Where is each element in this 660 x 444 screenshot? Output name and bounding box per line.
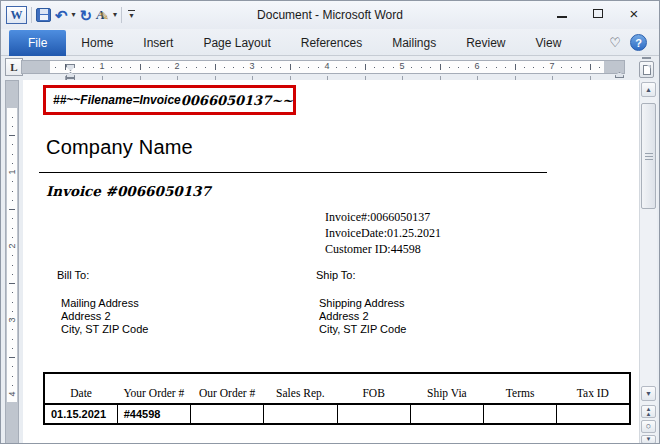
invoice-table-body: 01.15.2021#44598 (44, 404, 630, 424)
ruler-tick (12, 218, 13, 219)
vertical-scrollbar[interactable]: ▲ ▼ ▲ ▲ ○ ▼ (639, 80, 657, 444)
ruler-tick (318, 67, 319, 68)
help-button[interactable]: ? (630, 34, 647, 51)
ruler-tick (12, 191, 13, 192)
table-cell[interactable]: 01.15.2021 (44, 404, 117, 424)
ruler-tick (496, 67, 497, 68)
split-window-handle[interactable] (639, 56, 654, 60)
tab-insert[interactable]: Insert (128, 30, 188, 56)
vertical-ruler-active-area[interactable]: 1234 (7, 108, 17, 402)
tab-view[interactable]: View (521, 30, 577, 56)
ruler-tick (12, 265, 13, 266)
ruler-tick (55, 67, 56, 68)
company-name-heading: Company Name (46, 136, 193, 159)
invoice-number-heading: Invoice #0066050137 (46, 183, 211, 199)
tab-home[interactable]: Home (66, 30, 128, 56)
table-cell[interactable] (337, 404, 410, 424)
tab-page-layout[interactable]: Page Layout (188, 30, 285, 56)
scroll-down-button[interactable]: ▼ (641, 386, 656, 401)
ruler-tick (421, 67, 422, 68)
ruler-tick (12, 366, 13, 367)
ruler-tick (580, 67, 581, 68)
ruler-tick (440, 64, 441, 70)
select-browse-object-button[interactable]: ○ (641, 420, 656, 433)
tab-file[interactable]: File (9, 30, 66, 56)
next-page-button[interactable]: ▼ (641, 435, 656, 444)
font-style-button[interactable]: A ✎ (96, 7, 109, 23)
column-header-tax-id: Tax ID (557, 373, 630, 404)
scroll-up-button[interactable]: ▲ (641, 82, 656, 97)
tab-review[interactable]: Review (451, 30, 520, 56)
table-cell[interactable] (410, 404, 483, 424)
horizontal-ruler-active-area[interactable]: 1234567 (50, 61, 604, 73)
font-style-dropdown-icon[interactable]: ▾ (113, 11, 117, 19)
table-cell[interactable] (264, 404, 337, 424)
ruler-tick (12, 292, 13, 293)
ruler-tick (12, 329, 13, 330)
column-header-your-order-: Your Order # (117, 373, 190, 404)
ruler-number: 5 (399, 61, 404, 71)
heading-divider (39, 172, 547, 173)
word-window: W ↶ ▾ ↻ A ✎ ▾ ▾ Document - Microsoft Wor… (0, 0, 660, 444)
right-indent-marker[interactable] (615, 72, 624, 78)
ruler-tick (383, 67, 384, 68)
maximize-icon (593, 9, 603, 18)
table-cell[interactable]: #44598 (117, 404, 190, 424)
vertical-ruler[interactable]: 1234 (5, 80, 19, 444)
ship-to-line: City, ST ZIP Code (319, 323, 406, 336)
ruler-tick (12, 311, 13, 312)
ruler-tick (571, 67, 572, 68)
table-cell[interactable] (557, 404, 630, 424)
ruler-tick (12, 117, 13, 118)
save-button[interactable] (36, 8, 51, 22)
table-cell[interactable] (191, 404, 264, 424)
ruler-tick (140, 64, 141, 70)
undo-button[interactable]: ↶ (55, 8, 68, 23)
ruler-tick (486, 67, 487, 68)
table-cell[interactable] (484, 404, 557, 424)
ruler-tick (515, 64, 516, 70)
ruler-tick (599, 67, 600, 68)
close-button[interactable]: × (619, 3, 649, 23)
ruler-tick (130, 67, 131, 68)
ruler-tick (299, 67, 300, 68)
ribbon-tab-row: FileHomeInsertPage LayoutReferencesMaili… (1, 29, 659, 56)
word-app-icon[interactable]: W (6, 6, 27, 24)
ruler-tick (9, 209, 15, 210)
ruler-tick (12, 181, 13, 182)
view-ruler-toggle-button[interactable] (639, 61, 654, 78)
document-page[interactable]: ##~~Filename=Invoice 0066050137~~ Compan… (23, 80, 639, 444)
ruler-tick (561, 67, 562, 68)
ruler-tick (83, 67, 84, 68)
horizontal-ruler[interactable]: 1234567 (21, 60, 625, 74)
ruler-tick (355, 67, 356, 68)
invoice-table: DateYour Order #Our Order #Sales Rep.FOB… (43, 372, 631, 425)
ruler-tick (121, 67, 122, 68)
ruler-tick (543, 67, 544, 68)
ruler-tick (224, 67, 225, 68)
ruler-tick (458, 67, 459, 68)
minimize-button[interactable] (547, 3, 577, 23)
ruler-tick (243, 67, 244, 68)
previous-page-button[interactable]: ▲ ▲ (641, 405, 656, 418)
bill-to-line: City, ST ZIP Code (61, 323, 148, 336)
ruler-tick (93, 67, 94, 68)
tab-references[interactable]: References (286, 30, 377, 56)
undo-dropdown-icon[interactable]: ▾ (72, 11, 76, 19)
maximize-button[interactable] (583, 3, 613, 23)
bill-to-line: Mailing Address (61, 297, 148, 310)
separator (121, 7, 122, 23)
quick-access-toolbar: W ↶ ▾ ↻ A ✎ ▾ ▾ (6, 4, 137, 26)
separator (31, 7, 32, 23)
customize-qat-button[interactable]: ▾ (126, 9, 137, 21)
ruler-tick (411, 67, 412, 68)
minimize-ribbon-icon[interactable]: ♡ (609, 35, 621, 50)
ruler-tick (149, 67, 150, 68)
redo-button[interactable]: ↻ (80, 8, 93, 23)
tab-mailings[interactable]: Mailings (377, 30, 451, 56)
ruler-tick (12, 376, 13, 377)
scrollbar-thumb[interactable] (641, 103, 656, 209)
ruler-number: 2 (174, 61, 179, 71)
ruler-tick (12, 154, 13, 155)
ruler-toggle-icon (643, 65, 651, 75)
